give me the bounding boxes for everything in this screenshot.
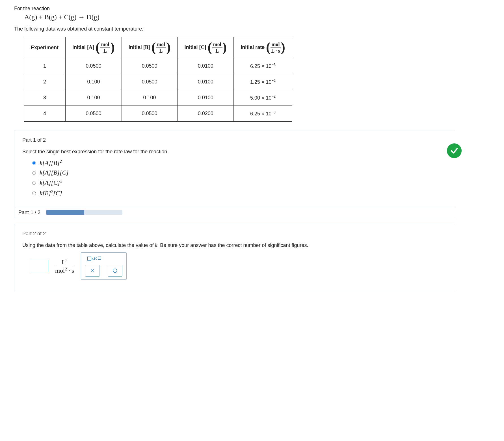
table-row: 20.1000.05000.01001.25 × 10−2 <box>24 74 292 90</box>
option-label: k[A][B][C] <box>40 169 69 176</box>
rate-law-option[interactable]: k[A][B][C] <box>31 169 447 176</box>
part1-options: k[A][B]2k[A][B][C]k[A][C]2k[B]2[C] <box>31 159 447 197</box>
data-table: Experiment Initial [A] (molL) Initial [B… <box>24 37 292 122</box>
part1-prompt: Select the single best expression for th… <box>22 149 447 155</box>
option-label: k[A][C]2 <box>40 178 62 186</box>
clear-button[interactable] <box>85 265 100 277</box>
progress-bar: Part: 1 / 2 <box>14 207 455 218</box>
rate-law-option[interactable]: k[A][C]2 <box>31 178 447 186</box>
progress-label: Part: 1 / 2 <box>18 210 40 216</box>
progress-fill <box>46 210 84 215</box>
radio-input[interactable] <box>32 192 36 195</box>
part2-label: Part 2 of 2 <box>22 231 447 237</box>
progress-track <box>46 210 122 215</box>
radio-input[interactable] <box>32 181 36 185</box>
rate-law-option[interactable]: k[A][B]2 <box>31 159 447 167</box>
tool-panel: x10 <box>81 252 127 280</box>
answer-input[interactable] <box>31 260 48 272</box>
reset-button[interactable] <box>108 265 122 277</box>
part1-block: Part 1 of 2 Select the single best expre… <box>14 130 455 207</box>
undo-icon <box>112 268 118 274</box>
reaction-equation: A(g) + B(g) + C(g) → D(g) <box>24 13 504 21</box>
part1-label: Part 1 of 2 <box>22 137 447 143</box>
correct-icon <box>447 143 462 158</box>
th-initial-a: Initial [A] (molL) <box>66 37 122 58</box>
option-label: k[B]2[C] <box>40 189 62 197</box>
th-initial-c: Initial [C] (molL) <box>178 37 234 58</box>
radio-input[interactable] <box>32 161 36 165</box>
part2-block: Part 2 of 2 Using the data from the tabl… <box>14 224 455 291</box>
answer-units: L2 mol2 · s <box>55 258 74 274</box>
table-row: 10.05000.05000.01006.25 × 10−3 <box>24 58 292 74</box>
radio-input[interactable] <box>32 171 36 175</box>
option-label: k[A][B]2 <box>40 159 62 167</box>
th-initial-b: Initial [B] (molL) <box>122 37 178 58</box>
th-initial-rate: Initial rate (molL · s) <box>234 37 292 58</box>
rate-law-option[interactable]: k[B]2[C] <box>31 189 447 197</box>
sci-notation-button[interactable]: x10 <box>85 255 122 262</box>
x-icon <box>90 268 95 273</box>
part2-prompt: Using the data from the table above, cal… <box>22 242 447 248</box>
intro-text: For the reaction <box>14 6 504 12</box>
afterdata-text: The following data was obtained at const… <box>14 26 504 32</box>
table-header-row: Experiment Initial [A] (molL) Initial [B… <box>24 37 292 58</box>
table-row: 30.1000.1000.01005.00 × 10−2 <box>24 90 292 106</box>
table-row: 40.05000.05000.02006.25 × 10−3 <box>24 106 292 122</box>
th-experiment: Experiment <box>24 37 66 58</box>
